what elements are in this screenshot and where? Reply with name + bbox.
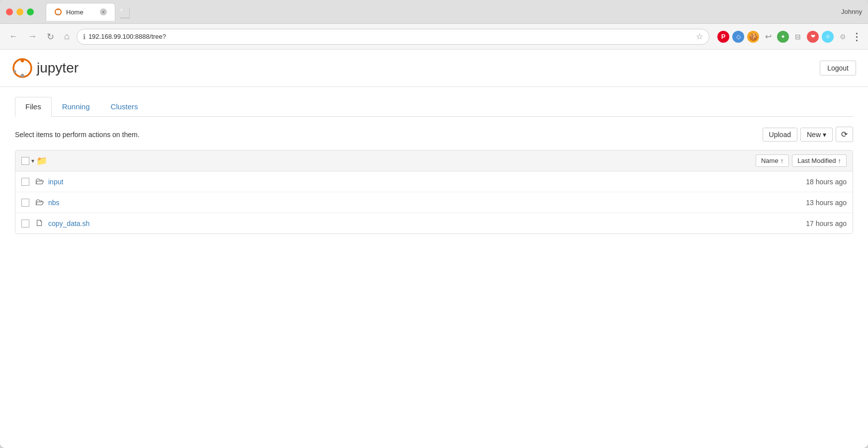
new-button[interactable]: New ▾ xyxy=(800,128,833,142)
sort-modified-label: Last Modified xyxy=(797,157,836,164)
svg-point-4 xyxy=(21,59,24,63)
browser-tab-home[interactable]: Home × xyxy=(46,3,115,21)
home-button[interactable]: ⌂ xyxy=(61,29,73,44)
browser-extensions: P ◇ 🍪 ↩ ✦ ⊟ ❤ ⚛ ⚙ ⋮ xyxy=(717,31,862,43)
new-button-label: New xyxy=(807,131,821,139)
tab-files[interactable]: Files xyxy=(15,97,52,117)
header-checkbox-area: ▾ 📁 xyxy=(21,155,61,166)
ext2-icon[interactable]: ◇ xyxy=(732,31,744,43)
ext5-icon[interactable]: ✦ xyxy=(777,31,789,43)
folder-icon: 🗁 xyxy=(35,197,44,208)
new-folder-button[interactable]: 📁 xyxy=(36,155,47,166)
select-all-checkbox[interactable] xyxy=(21,157,29,165)
logout-button[interactable]: Logout xyxy=(820,61,856,75)
ext4-icon[interactable]: ↩ xyxy=(762,31,774,43)
row-checkbox-input[interactable] xyxy=(21,178,29,186)
new-tab-button[interactable]: ⬜ xyxy=(115,6,134,21)
file-icon: 🗋 xyxy=(35,218,44,228)
refresh-icon: ⟳ xyxy=(841,130,848,139)
folder-icon: 🗁 xyxy=(35,176,44,187)
tab-favicon xyxy=(54,8,62,16)
title-bar: Home × ⬜ Johnny xyxy=(0,0,868,24)
maximize-window-button[interactable] xyxy=(27,8,34,15)
jupyter-logo: jupyter xyxy=(12,58,79,78)
refresh-button[interactable]: ↻ xyxy=(44,29,57,44)
back-button[interactable]: ← xyxy=(6,29,21,44)
close-window-button[interactable] xyxy=(6,8,13,15)
toolbar-actions: Upload New ▾ ⟳ xyxy=(763,127,853,142)
sort-by-modified-button[interactable]: Last Modified ↑ xyxy=(792,154,847,167)
file-modified-input: 18 hours ago xyxy=(806,178,847,186)
main-tabs: Files Running Clusters xyxy=(15,97,853,117)
file-list: ▾ 📁 Name ↑ Last Modified ↑ xyxy=(15,150,853,234)
ext6-icon[interactable]: ⊟ xyxy=(792,31,804,43)
upload-button[interactable]: Upload xyxy=(763,128,797,142)
ext3-icon[interactable]: 🍪 xyxy=(747,31,759,43)
select-items-text: Select items to perform actions on them. xyxy=(15,131,763,139)
sort-name-label: Name xyxy=(761,157,779,164)
row-checkbox-copy-data[interactable] xyxy=(21,220,29,227)
bookmark-icon[interactable]: ☆ xyxy=(696,32,703,41)
jupyter-header: jupyter Logout xyxy=(0,50,868,87)
svg-point-5 xyxy=(21,74,24,77)
select-dropdown-arrow[interactable]: ▾ xyxy=(31,157,34,164)
svg-point-1 xyxy=(58,9,59,10)
tab-close-button[interactable]: × xyxy=(100,8,107,15)
url-text: 192.168.99.100:8888/tree? xyxy=(88,33,693,40)
files-toolbar: Select items to perform actions on them.… xyxy=(15,127,853,142)
tab-clusters[interactable]: Clusters xyxy=(100,97,149,116)
main-content: Files Running Clusters Select items to p… xyxy=(0,87,868,244)
sort-buttons: Name ↑ Last Modified ↑ xyxy=(756,154,847,167)
svg-point-6 xyxy=(14,71,16,73)
pinterest-icon[interactable]: P xyxy=(717,31,729,43)
table-row: 🗁 nbs 13 hours ago xyxy=(15,192,853,213)
jupyter-logo-icon xyxy=(12,58,33,78)
minimize-window-button[interactable] xyxy=(16,8,23,15)
user-name: Johnny xyxy=(841,8,862,15)
ext8-icon[interactable]: ⚛ xyxy=(822,31,834,43)
file-link-copy-data[interactable]: copy_data.sh xyxy=(48,220,806,227)
nav-bar: ← → ↻ ⌂ ℹ 192.168.99.100:8888/tree? ☆ P … xyxy=(0,24,868,50)
jupyter-title-text: jupyter xyxy=(37,60,79,76)
ext9-icon[interactable]: ⚙ xyxy=(837,31,849,43)
address-bar[interactable]: ℹ 192.168.99.100:8888/tree? ☆ xyxy=(77,29,709,45)
sort-name-icon: ↑ xyxy=(781,157,784,164)
refresh-files-button[interactable]: ⟳ xyxy=(836,127,853,142)
sort-modified-icon: ↑ xyxy=(838,157,842,164)
file-list-header: ▾ 📁 Name ↑ Last Modified ↑ xyxy=(15,150,853,171)
tab-running[interactable]: Running xyxy=(52,97,100,116)
forward-button[interactable]: → xyxy=(25,29,40,44)
table-row: 🗋 copy_data.sh 17 hours ago xyxy=(15,213,853,233)
security-icon: ℹ xyxy=(83,33,86,41)
file-modified-copy-data: 17 hours ago xyxy=(806,220,847,227)
browser-frame: Home × ⬜ Johnny ← → ↻ ⌂ ℹ 192.168.99.100… xyxy=(0,0,868,448)
file-link-input[interactable]: input xyxy=(48,178,806,186)
svg-point-2 xyxy=(58,14,59,15)
tab-bar: Home × ⬜ xyxy=(46,3,837,21)
new-dropdown-arrow: ▾ xyxy=(823,131,826,139)
tab-title: Home xyxy=(66,8,84,16)
traffic-lights xyxy=(6,8,34,15)
file-modified-nbs: 13 hours ago xyxy=(806,199,847,207)
ext7-icon[interactable]: ❤ xyxy=(807,31,819,43)
file-link-nbs[interactable]: nbs xyxy=(48,199,806,207)
page-content: jupyter Logout Files Running Clusters Se… xyxy=(0,50,868,448)
sort-by-name-button[interactable]: Name ↑ xyxy=(756,154,789,167)
table-row: 🗁 input 18 hours ago xyxy=(15,171,853,192)
row-checkbox-nbs[interactable] xyxy=(21,199,29,207)
more-options-button[interactable]: ⋮ xyxy=(852,31,862,43)
